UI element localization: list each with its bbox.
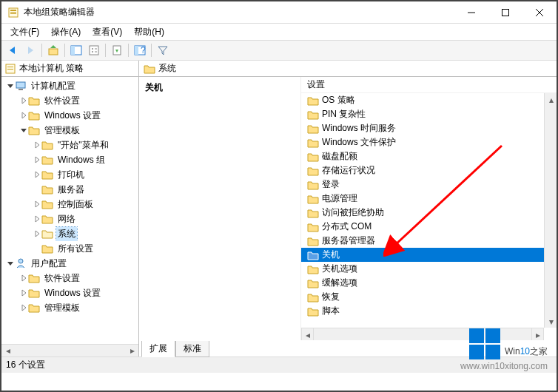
svg-marker-43 [42, 186, 53, 194]
svg-marker-37 [36, 142, 39, 148]
tree-item-label: 管理模板 [43, 124, 81, 138]
list-item[interactable]: 关机选项 [301, 262, 557, 276]
help-button[interactable]: ? [132, 42, 148, 58]
list-item[interactable]: 恢复 [301, 290, 557, 304]
tree-item[interactable]: 所有设置 [1, 241, 138, 256]
svg-marker-59 [144, 66, 155, 73]
list-item[interactable]: PIN 复杂性 [301, 107, 557, 121]
list-item[interactable]: 电源管理 [301, 192, 557, 206]
svg-point-17 [92, 51, 93, 53]
scroll-left-icon[interactable]: ◂ [301, 328, 314, 340]
column-header-setting[interactable]: 设置 [301, 77, 557, 93]
tree-item[interactable]: 打印机 [1, 167, 138, 182]
svg-marker-47 [42, 216, 53, 223]
folder-icon [307, 291, 319, 303]
back-button[interactable] [4, 42, 21, 58]
menu-view[interactable]: 查看(V) [87, 24, 128, 40]
forward-button[interactable] [22, 42, 38, 58]
list-item[interactable]: Windows 时间服务 [301, 121, 557, 135]
expander-icon[interactable] [19, 126, 28, 135]
expander-icon[interactable] [19, 288, 28, 297]
close-button[interactable] [522, 1, 557, 23]
svg-marker-69 [308, 224, 318, 232]
scroll-right-icon[interactable]: ▸ [126, 345, 138, 357]
list-item[interactable]: OS 策略 [301, 93, 557, 107]
tree-item[interactable]: 网络 [1, 212, 138, 226]
menu-file[interactable]: 文件(F) [4, 24, 45, 40]
svg-marker-70 [308, 238, 318, 246]
details-header: 系统 [139, 61, 557, 77]
folder-icon [307, 95, 319, 107]
tree-item[interactable]: 用户配置 [1, 256, 138, 271]
toolbar-separator [105, 44, 106, 57]
svg-rect-14 [90, 46, 98, 55]
export-button[interactable] [109, 42, 125, 58]
expander-icon[interactable] [6, 81, 15, 90]
menu-action[interactable]: 操作(A) [45, 24, 87, 40]
filter-button[interactable] [155, 42, 171, 58]
tree-item[interactable]: Windows 设置 [1, 285, 138, 300]
tree-view[interactable]: 计算机配置软件设置Windows 设置管理模板"开始"菜单和Windows 组打… [1, 77, 138, 343]
scroll-down-icon[interactable]: ▾ [545, 315, 557, 328]
tree-item[interactable]: "开始"菜单和 [1, 138, 138, 152]
svg-marker-41 [36, 172, 39, 178]
tree-item[interactable]: 系统 [1, 226, 138, 241]
expander-icon[interactable] [33, 229, 41, 238]
properties-button[interactable] [86, 42, 102, 58]
tree-root[interactable]: 本地计算机 策略 [1, 61, 138, 77]
show-hide-tree-button[interactable] [68, 42, 84, 58]
up-button[interactable] [45, 42, 61, 58]
expander-icon[interactable] [33, 170, 41, 179]
expander-icon[interactable] [19, 274, 28, 283]
expander-icon[interactable] [33, 155, 41, 164]
scroll-left-icon[interactable]: ◂ [1, 345, 14, 357]
minimize-button[interactable] [454, 1, 488, 23]
tree-item[interactable]: 管理模板 [1, 123, 138, 138]
scroll-up-icon[interactable]: ▴ [545, 93, 557, 106]
svg-rect-1 [10, 10, 16, 11]
expander-icon[interactable] [33, 141, 41, 149]
tree-item[interactable]: 计算机配置 [1, 78, 138, 93]
scrollbar-horizontal[interactable]: ◂ ▸ [1, 344, 138, 356]
svg-marker-71 [308, 252, 318, 260]
list-item[interactable]: 缓解选项 [301, 276, 557, 290]
list-item[interactable]: 登录 [301, 178, 557, 192]
expander-icon[interactable] [33, 244, 41, 253]
list-item[interactable]: 脚本 [301, 304, 557, 318]
tree-item[interactable]: Windows 设置 [1, 108, 138, 123]
expander-icon[interactable] [19, 111, 28, 120]
tree-item-label: 打印机 [56, 168, 86, 182]
tree-item[interactable]: 软件设置 [1, 271, 138, 285]
tree-item[interactable]: 服务器 [1, 182, 138, 197]
tree-item[interactable]: 软件设置 [1, 93, 138, 108]
list-item[interactable]: 分布式 COM [301, 220, 557, 234]
settings-list[interactable]: OS 策略PIN 复杂性Windows 时间服务Windows 文件保护磁盘配额… [301, 93, 557, 327]
policy-icon [4, 63, 16, 75]
list-item[interactable]: 关机 [301, 248, 557, 262]
scrollbar-vertical[interactable]: ▴ ▾ [544, 93, 557, 328]
folder-icon [41, 198, 53, 210]
tree-item[interactable]: 管理模板 [1, 300, 138, 315]
expander-icon[interactable] [19, 303, 28, 312]
tree-item[interactable]: Windows 组 [1, 152, 138, 167]
expander-icon[interactable] [33, 200, 41, 209]
menu-help[interactable]: 帮助(H) [128, 24, 170, 40]
scroll-right-icon[interactable]: ▸ [531, 328, 544, 340]
expander-icon[interactable] [33, 185, 41, 194]
list-item[interactable]: 服务器管理器 [301, 234, 557, 248]
tab-extended[interactable]: 扩展 [141, 341, 175, 357]
list-item[interactable]: 访问被拒绝协助 [301, 206, 557, 220]
expander-icon[interactable] [6, 259, 15, 268]
expander-icon[interactable] [33, 214, 41, 223]
expander-icon[interactable] [19, 96, 28, 105]
svg-marker-75 [308, 308, 318, 316]
list-item[interactable]: 磁盘配额 [301, 149, 557, 163]
tab-standard[interactable]: 标准 [175, 341, 209, 357]
tree-item[interactable]: 控制面板 [1, 197, 138, 212]
svg-text:?: ? [141, 45, 146, 55]
list-item[interactable]: 存储运行状况 [301, 163, 557, 178]
user-icon [15, 257, 27, 269]
list-item[interactable]: Windows 文件保护 [301, 135, 557, 149]
scrollbar-horizontal[interactable]: ◂ ▸ [301, 328, 544, 340]
maximize-button[interactable] [488, 1, 522, 23]
